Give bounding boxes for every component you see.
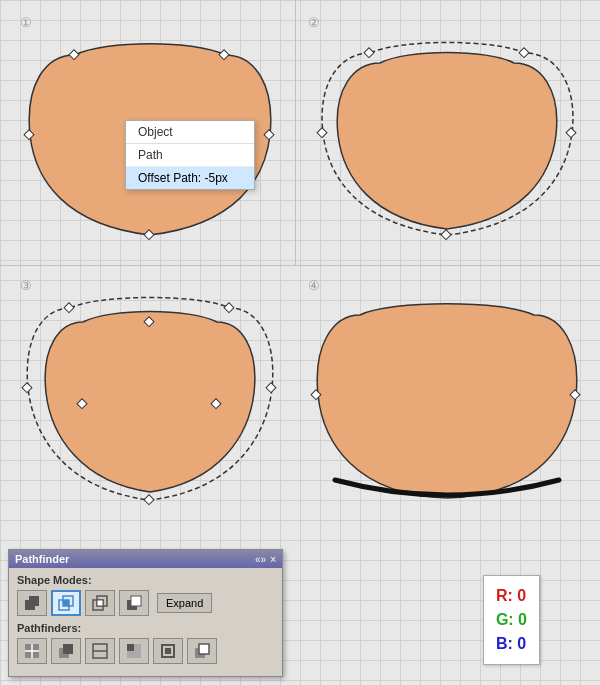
svg-rect-42: [199, 644, 209, 654]
exclude-btn[interactable]: [85, 590, 115, 616]
panel-close-btn[interactable]: ×: [270, 554, 276, 565]
color-b-value: B: 0: [496, 632, 527, 656]
svg-rect-8: [566, 128, 576, 138]
menu-item-offset-path[interactable]: Offset Path: -5px: [126, 167, 254, 189]
quad3-shape: [15, 280, 285, 520]
quad2-shape: [305, 25, 590, 260]
crop-btn[interactable]: [119, 638, 149, 664]
color-r-value: R: 0: [496, 584, 527, 608]
svg-rect-27: [97, 600, 103, 606]
color-display: R: 0 G: 0 B: 0: [483, 575, 540, 665]
svg-rect-40: [165, 648, 171, 654]
panel-body: Shape Modes:: [9, 568, 282, 676]
svg-rect-29: [131, 596, 141, 606]
pathfinders-label: Pathfinders:: [17, 622, 274, 634]
quad4-shape: [305, 280, 590, 520]
svg-rect-24: [63, 600, 69, 606]
panel-title-controls[interactable]: «» ×: [255, 554, 276, 565]
outline-btn[interactable]: [153, 638, 183, 664]
panel-titlebar: Pathfinder «» ×: [9, 550, 282, 568]
pathfinders-buttons: [17, 638, 274, 664]
color-g-value: G: 0: [496, 608, 527, 632]
svg-rect-13: [266, 383, 276, 393]
shape-modes-buttons: Expand: [17, 590, 274, 616]
menu-item-object[interactable]: Object: [126, 121, 254, 144]
quad2-container: Ctrl + C Ctrl + F: [305, 25, 590, 260]
svg-rect-9: [441, 230, 451, 240]
svg-rect-11: [224, 303, 234, 313]
panel-title: Pathfinder: [15, 553, 69, 565]
svg-rect-5: [364, 48, 374, 58]
horizontal-divider: [0, 265, 600, 266]
svg-rect-12: [22, 383, 32, 393]
main-canvas: ① ② ③ ④ Object Path Offset Path: -5px: [0, 0, 600, 685]
quad1-container: Object Path Offset Path: -5px: [15, 25, 285, 260]
svg-rect-10: [64, 303, 74, 313]
context-menu[interactable]: Object Path Offset Path: -5px: [125, 120, 255, 190]
minus-back-btn[interactable]: [187, 638, 217, 664]
subtract-btn[interactable]: [119, 590, 149, 616]
svg-rect-34: [63, 644, 73, 654]
quad3-container: [15, 280, 285, 520]
shape-modes-label: Shape Modes:: [17, 574, 274, 586]
trim-btn[interactable]: [51, 638, 81, 664]
pathfinder-panel: Pathfinder «» × Shape Modes:: [8, 549, 283, 677]
menu-item-path[interactable]: Path: [126, 144, 254, 167]
panel-collapse-btn[interactable]: «»: [255, 554, 266, 565]
vertical-divider: [295, 0, 296, 265]
unite-btn[interactable]: [17, 590, 47, 616]
quad4-container: [305, 280, 590, 520]
intersect-btn[interactable]: [51, 590, 81, 616]
divide-btn[interactable]: [17, 638, 47, 664]
svg-rect-6: [519, 48, 529, 58]
svg-rect-21: [29, 596, 39, 606]
svg-rect-7: [317, 128, 327, 138]
expand-button[interactable]: Expand: [157, 593, 212, 613]
svg-rect-14: [144, 495, 154, 505]
merge-btn[interactable]: [85, 638, 115, 664]
svg-rect-38: [127, 644, 134, 651]
